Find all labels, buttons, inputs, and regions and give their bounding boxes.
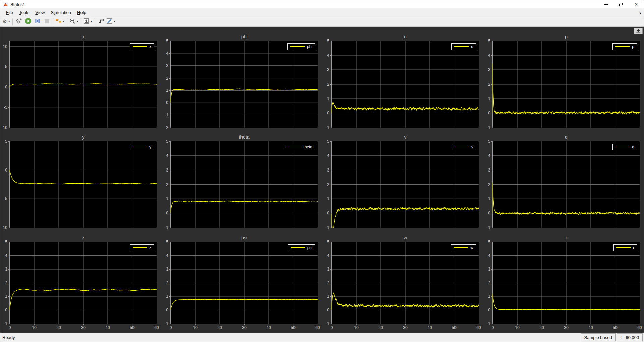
menu-simulation[interactable]: Simulation: [48, 9, 74, 16]
y-tick-mark: [330, 84, 331, 85]
plot-axes-psi[interactable]: [170, 242, 318, 324]
x-tick-label: 20: [213, 325, 226, 330]
signal-selector-button[interactable]: ▼: [55, 17, 65, 26]
legend-v[interactable]: v: [452, 144, 476, 150]
x-tick-label: 60: [633, 325, 644, 330]
plot-axes-phi[interactable]: [170, 41, 318, 128]
legend-p[interactable]: p: [612, 43, 637, 50]
y-tick-mark: [330, 185, 331, 185]
y-tick-label: 4: [483, 153, 490, 158]
y-tick-mark: [169, 199, 170, 199]
y-tick-mark: [169, 66, 170, 66]
y-tick-label: 1: [322, 196, 329, 201]
legend-label: y: [149, 145, 151, 149]
y-tick-label: 4: [161, 253, 168, 258]
y-tick-mark: [169, 228, 170, 228]
y-tick-mark: [169, 256, 170, 256]
plot-axes-q[interactable]: [492, 141, 640, 228]
y-tick-mark: [169, 296, 170, 297]
x-tick-mark: [83, 324, 84, 325]
x-tick-label: 0: [486, 325, 499, 330]
y-tick-label: -5: [0, 196, 7, 201]
close-button[interactable]: ✕: [629, 0, 644, 8]
y-tick-label: 4: [322, 53, 329, 58]
x-tick-label: 0: [3, 325, 16, 330]
y-tick-label: 1: [161, 88, 168, 93]
y-tick-mark: [491, 170, 492, 170]
y-tick-mark: [330, 199, 331, 199]
toolbar-separator: [67, 18, 67, 25]
menu-help[interactable]: Help: [74, 9, 89, 16]
legend-psi[interactable]: psi: [288, 244, 315, 251]
y-tick-label: 0: [161, 100, 168, 105]
menu-view[interactable]: View: [32, 9, 48, 16]
step-forward-button[interactable]: [33, 17, 42, 26]
legend-label: p: [632, 45, 634, 49]
measurements-button[interactable]: ▼: [106, 17, 116, 26]
y-tick-label: 4: [161, 153, 168, 158]
plot-axes-r[interactable]: [492, 242, 640, 324]
legend-u[interactable]: u: [451, 43, 476, 50]
menu-overflow-arrow[interactable]: ↘: [638, 10, 642, 15]
plot-axes-v[interactable]: [331, 141, 479, 228]
span-button[interactable]: ▼: [83, 17, 93, 26]
plot-axes-theta[interactable]: [170, 141, 318, 228]
goto-block-button[interactable]: [14, 17, 23, 26]
y-tick-mark: [330, 70, 331, 70]
trigger-button[interactable]: [97, 17, 105, 26]
scope-plot-canvas: xx1050-5-10phiphi543210-1-2uu543210-1pp5…: [0, 27, 644, 333]
y-tick-label: -10: [0, 125, 7, 130]
plot-axes-w[interactable]: [331, 242, 479, 324]
y-tick-mark: [169, 53, 170, 54]
plot-title-v: v: [332, 134, 479, 140]
legend-r[interactable]: r: [613, 244, 637, 251]
legend-q[interactable]: q: [612, 144, 637, 150]
legend-phi[interactable]: phi: [287, 43, 315, 50]
stop-button[interactable]: [43, 17, 51, 26]
y-tick-mark: [491, 296, 492, 297]
settings-button[interactable]: ⚙▼: [2, 17, 11, 26]
plot-axes-u[interactable]: [331, 41, 479, 128]
y-tick-label: -1: [322, 225, 329, 230]
x-tick-label: 20: [535, 325, 548, 330]
legend-w[interactable]: w: [451, 244, 476, 251]
legend-label: u: [471, 45, 473, 49]
y-tick-mark: [8, 170, 9, 170]
legend-line-sample: [454, 247, 468, 248]
legend-label: w: [470, 246, 473, 250]
x-tick-mark: [220, 324, 220, 325]
menu-tools[interactable]: Tools: [16, 9, 32, 16]
plot-axes-z[interactable]: [9, 242, 157, 324]
legend-x[interactable]: x: [130, 43, 154, 50]
y-tick-mark: [330, 242, 331, 242]
legend-line-sample: [133, 146, 147, 148]
y-tick-label: 0: [483, 111, 490, 115]
y-tick-label: 3: [322, 168, 329, 173]
toolbar-separator: [95, 18, 95, 25]
y-tick-label: 2: [483, 281, 490, 285]
legend-y[interactable]: y: [130, 144, 154, 150]
y-tick-mark: [169, 128, 170, 128]
x-tick-mark: [566, 324, 567, 325]
y-tick-label: 4: [483, 53, 490, 58]
restore-button[interactable]: [613, 0, 629, 8]
plot-axes-p[interactable]: [492, 41, 640, 128]
x-tick-mark: [10, 324, 10, 325]
y-tick-label: 1: [0, 294, 7, 299]
plot-axes-y[interactable]: [9, 141, 157, 228]
y-tick-label: 0: [322, 111, 329, 115]
legend-theta[interactable]: theta: [284, 144, 315, 150]
y-tick-label: 0: [322, 308, 329, 312]
run-button[interactable]: [24, 17, 33, 26]
x-tick-label: 0: [325, 325, 338, 330]
menu-file[interactable]: File: [3, 9, 16, 16]
zoom-button[interactable]: ▼: [69, 17, 79, 26]
minimize-button[interactable]: [598, 0, 613, 8]
x-tick-label: 40: [423, 325, 436, 330]
plot-axes-x[interactable]: [9, 41, 157, 128]
x-tick-mark: [591, 324, 591, 325]
y-tick-label: 0: [161, 308, 168, 312]
y-tick-mark: [330, 269, 331, 270]
chevron-down-icon: ▼: [8, 20, 10, 23]
legend-z[interactable]: z: [130, 244, 154, 251]
